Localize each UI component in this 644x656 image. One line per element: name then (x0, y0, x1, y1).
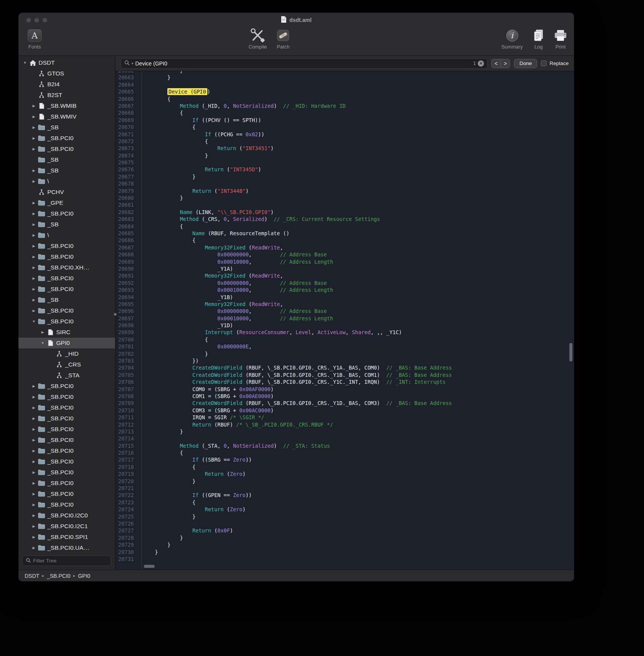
disclosure-closed-icon[interactable]: ▶ (30, 298, 37, 302)
disclosure-closed-icon[interactable]: ▶ (30, 309, 37, 313)
sidebar-item-sb-pci0[interactable]: ▶_SB.PCI0 (18, 445, 115, 456)
sidebar-item-sta[interactable]: _STA (18, 370, 115, 381)
find-field[interactable]: ▾ 1 ✕ (121, 59, 487, 69)
sidebar-item-sb-pci0[interactable]: ▶_SB.PCI0 (18, 392, 115, 402)
sidebar-item-sb-pci0[interactable]: ▶_SB.PCI0 (18, 478, 115, 489)
sidebar-item-sb-pci0[interactable]: ▶_SB.PCI0 (18, 435, 115, 445)
sidebar-item-sb-pci0[interactable]: ▶_SB.PCI0 (18, 499, 115, 510)
horizontal-scrollbar-thumb[interactable] (144, 565, 155, 568)
sidebar-item-backslash[interactable]: ▶\ (18, 176, 115, 187)
breadcrumb-item[interactable]: GPI0 (78, 573, 90, 579)
sidebar-item-sb[interactable]: ▶_SB (18, 219, 115, 230)
disclosure-closed-icon[interactable]: ▶ (30, 535, 37, 539)
sidebar-item-hid[interactable]: _HID (18, 348, 115, 359)
print-button[interactable]: Print (549, 28, 572, 50)
replace-checkbox[interactable] (541, 60, 547, 66)
sidebar-item-sb-pci0[interactable]: ▶_SB.PCI0 (18, 241, 115, 251)
sidebar-item-crs[interactable]: _CRS (18, 359, 115, 370)
compile-button[interactable]: Compile (245, 28, 270, 50)
breadcrumb-item[interactable]: DSDT (25, 573, 39, 579)
disclosure-closed-icon[interactable]: ▶ (30, 438, 37, 442)
disclosure-closed-icon[interactable]: ▶ (30, 481, 37, 485)
summary-button[interactable]: i Summary (500, 28, 524, 50)
sidebar-item-sb[interactable]: ▶_SB (18, 295, 115, 305)
disclosure-closed-icon[interactable]: ▶ (30, 546, 37, 550)
code-editor[interactable]: 20662 }20663 }2066420665 Device (GPI0)20… (115, 71, 574, 570)
sidebar-item-sb-wmib[interactable]: ▶_SB.WMIB (18, 100, 115, 111)
sidebar-item-sb-pci0[interactable]: ▶_SB.PCI0 (18, 208, 115, 219)
disclosure-closed-icon[interactable]: ▶ (30, 384, 37, 388)
sidebar-item-gpi0[interactable]: ▼GPI0 (18, 338, 115, 348)
disclosure-closed-icon[interactable]: ▶ (30, 287, 37, 291)
vertical-scrollbar-thumb[interactable] (569, 343, 572, 361)
sidebar-item-sb-pci0[interactable]: ▼_SB.PCI0 (18, 316, 115, 327)
clear-search-icon[interactable]: ✕ (478, 60, 484, 67)
disclosure-closed-icon[interactable]: ▶ (30, 126, 37, 129)
sidebar-item-sb-pci0[interactable]: ▶_SB.PCI0 (18, 273, 115, 284)
disclosure-closed-icon[interactable]: ▶ (30, 417, 37, 420)
disclosure-closed-icon[interactable]: ▶ (30, 460, 37, 464)
disclosure-closed-icon[interactable]: ▶ (30, 514, 37, 517)
find-previous-button[interactable]: < (491, 59, 501, 68)
disclosure-closed-icon[interactable]: ▶ (30, 406, 37, 410)
search-menu-caret-icon[interactable]: ▾ (132, 62, 133, 65)
disclosure-closed-icon[interactable]: ▶ (30, 233, 37, 237)
sidebar-item-sb-pci0[interactable]: ▶_SB.PCI0 (18, 133, 115, 144)
sidebar-item-sb-pci0[interactable]: ▶_SB.PCI0 (18, 456, 115, 467)
sidebar-item-gtos[interactable]: GTOS (18, 68, 115, 79)
disclosure-closed-icon[interactable]: ▶ (30, 470, 37, 474)
disclosure-closed-icon[interactable]: ▶ (30, 266, 37, 269)
sidebar-item-sb-pci0-ua[interactable]: ▶_SB.PCI0.UA… (18, 542, 115, 553)
sidebar-item-sb-pci0-i2c1[interactable]: ▶_SB.PCI0.I2C1 (18, 521, 115, 532)
sidebar-item-sb-pci0[interactable]: ▶_SB.PCI0 (18, 305, 115, 316)
filter-tree-input[interactable] (33, 558, 108, 564)
sidebar-item-sirc[interactable]: ▶SIRC (18, 327, 115, 338)
sidebar-item-sb[interactable]: _SB (18, 154, 115, 165)
disclosure-closed-icon[interactable]: ▶ (30, 179, 37, 183)
sidebar-item-b2i4[interactable]: B2I4 (18, 79, 115, 90)
sidebar-item-sb-wmiv[interactable]: ▶_SB.WMIV (18, 111, 115, 122)
patch-button[interactable]: Patch (273, 28, 294, 50)
disclosure-open-icon[interactable]: ▼ (30, 320, 37, 323)
find-next-button[interactable]: > (501, 59, 510, 68)
disclosure-closed-icon[interactable]: ▶ (30, 503, 37, 507)
disclosure-open-icon[interactable]: ▼ (22, 61, 28, 65)
disclosure-open-icon[interactable]: ▼ (39, 341, 46, 345)
disclosure-closed-icon[interactable]: ▶ (30, 212, 37, 216)
sidebar-item-pchv[interactable]: PCHV (18, 187, 115, 197)
disclosure-closed-icon[interactable]: ▶ (30, 136, 37, 140)
disclosure-closed-icon[interactable]: ▶ (30, 524, 37, 528)
sidebar-item-sb-pci0[interactable]: ▶_SB.PCI0 (18, 381, 115, 392)
sidebar-item-sb[interactable]: ▶_SB (18, 122, 115, 133)
disclosure-closed-icon[interactable]: ▶ (30, 104, 37, 108)
disclosure-closed-icon[interactable]: ▶ (30, 449, 37, 453)
disclosure-closed-icon[interactable]: ▶ (30, 223, 37, 226)
disclosure-closed-icon[interactable]: ▶ (39, 330, 46, 334)
done-button[interactable]: Done (514, 59, 537, 68)
sidebar-item-sb-pci0[interactable]: ▶_SB.PCI0 (18, 467, 115, 478)
sidebar-item-sb-pci0[interactable]: ▶_SB.PCI0 (18, 144, 115, 154)
sidebar-item-sb-pci0[interactable]: ▶_SB.PCI0 (18, 413, 115, 424)
fonts-button[interactable]: A Fonts (23, 28, 46, 50)
sidebar-resize-handle[interactable] (114, 313, 117, 316)
sidebar-item-sb-pci0[interactable]: ▶_SB.PCI0 (18, 489, 115, 499)
sidebar-item-sb-pci0-i2c0[interactable]: ▶_SB.PCI0.I2C0 (18, 510, 115, 521)
sidebar-item-gpe[interactable]: ▶_GPE (18, 197, 115, 208)
breadcrumb-item[interactable]: _SB.PCI0 (47, 573, 70, 579)
log-button[interactable]: Log (529, 28, 549, 50)
disclosure-closed-icon[interactable]: ▶ (30, 115, 37, 119)
sidebar-item-sb-pci0[interactable]: ▶_SB.PCI0 (18, 424, 115, 435)
disclosure-closed-icon[interactable]: ▶ (30, 255, 37, 259)
disclosure-closed-icon[interactable]: ▶ (30, 147, 37, 151)
sidebar-item-sb-pci0-xh[interactable]: ▶_SB.PCI0.XH… (18, 262, 115, 273)
sidebar-item-dsdt[interactable]: ▼DSDT (18, 57, 115, 68)
disclosure-closed-icon[interactable]: ▶ (30, 244, 37, 248)
disclosure-closed-icon[interactable]: ▶ (30, 201, 37, 205)
find-input[interactable] (135, 60, 471, 67)
sidebar-item-b2st[interactable]: B2ST (18, 90, 115, 100)
sidebar-item-sb-pci0[interactable]: ▶_SB.PCI0 (18, 402, 115, 413)
sidebar-item-backslash[interactable]: ▶\ (18, 230, 115, 241)
disclosure-closed-icon[interactable]: ▶ (30, 169, 37, 172)
disclosure-closed-icon[interactable]: ▶ (30, 395, 37, 399)
sidebar-item-sb-pci0-spi1[interactable]: ▶_SB.PCI0.SPI1 (18, 532, 115, 542)
